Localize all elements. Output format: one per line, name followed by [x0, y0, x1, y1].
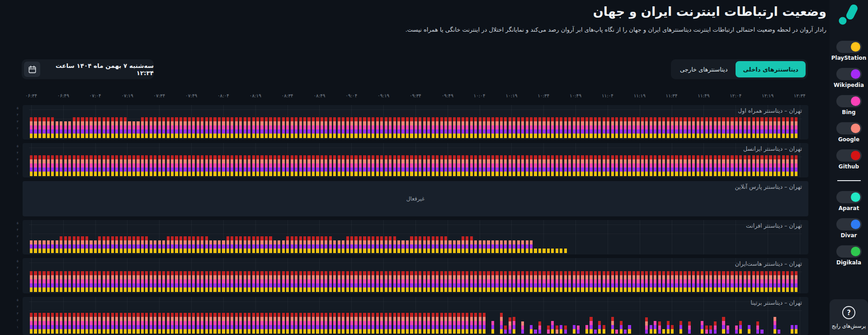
status-bar[interactable]: [42, 240, 45, 253]
status-bar[interactable]: [410, 236, 413, 253]
status-bar[interactable]: [73, 155, 75, 176]
status-bar[interactable]: [376, 313, 379, 334]
status-bar[interactable]: [248, 313, 250, 334]
status-bar[interactable]: [162, 313, 165, 334]
status-bar[interactable]: [560, 155, 562, 176]
status-bar[interactable]: [786, 117, 789, 138]
status-bar[interactable]: [551, 249, 554, 253]
status-bar[interactable]: [641, 117, 644, 138]
status-bar[interactable]: [150, 313, 152, 334]
status-bar[interactable]: [662, 155, 665, 176]
status-bar[interactable]: [158, 240, 161, 253]
status-bar[interactable]: [534, 117, 537, 138]
service-toggle-divar[interactable]: [836, 218, 862, 230]
status-bar[interactable]: [675, 155, 678, 176]
status-bar[interactable]: [303, 155, 306, 176]
status-bar[interactable]: [282, 240, 285, 253]
status-bar[interactable]: [684, 271, 686, 292]
status-bar[interactable]: [256, 155, 259, 176]
status-bar[interactable]: [38, 271, 41, 292]
status-bar[interactable]: [538, 117, 541, 138]
status-bar[interactable]: [380, 117, 383, 138]
status-bar[interactable]: [560, 249, 562, 253]
status-bar[interactable]: [192, 155, 195, 176]
status-bar[interactable]: [30, 313, 33, 334]
status-bar[interactable]: [624, 155, 627, 176]
status-bar[interactable]: [752, 271, 755, 292]
status-bar[interactable]: [162, 271, 165, 292]
status-bar[interactable]: [380, 271, 383, 292]
status-bar[interactable]: [590, 155, 592, 176]
status-bar[interactable]: [658, 321, 661, 334]
status-bar[interactable]: [457, 155, 460, 176]
status-bar[interactable]: [380, 313, 383, 334]
status-bar[interactable]: [748, 117, 750, 138]
status-bar[interactable]: [77, 155, 80, 176]
status-bar[interactable]: [85, 313, 88, 334]
status-bar[interactable]: [457, 313, 460, 334]
status-bar[interactable]: [474, 313, 477, 334]
status-bar[interactable]: [479, 240, 481, 253]
status-bar[interactable]: [77, 271, 80, 292]
status-bar[interactable]: [436, 117, 439, 138]
status-bar[interactable]: [406, 117, 409, 138]
status-bar[interactable]: [534, 249, 537, 253]
status-bar[interactable]: [551, 155, 554, 176]
status-bar[interactable]: [470, 117, 473, 138]
status-bar[interactable]: [667, 117, 670, 138]
status-bar[interactable]: [530, 271, 533, 292]
status-bar[interactable]: [368, 313, 370, 334]
status-bar[interactable]: [453, 240, 456, 253]
status-bar[interactable]: [735, 117, 738, 138]
status-bar[interactable]: [103, 117, 105, 138]
status-bar[interactable]: [423, 236, 426, 253]
status-bar[interactable]: [470, 313, 473, 334]
status-bar[interactable]: [637, 155, 639, 176]
status-bar[interactable]: [107, 313, 109, 334]
status-bar[interactable]: [679, 321, 682, 334]
status-bar[interactable]: [581, 271, 584, 292]
status-bar[interactable]: [120, 155, 123, 176]
status-bar[interactable]: [197, 236, 199, 253]
status-bar[interactable]: [397, 155, 400, 176]
status-bar[interactable]: [585, 271, 588, 292]
status-bar[interactable]: [321, 313, 323, 334]
status-bar[interactable]: [564, 117, 567, 138]
status-bar[interactable]: [132, 121, 135, 138]
status-bar[interactable]: [380, 155, 383, 176]
status-bar[interactable]: [278, 117, 280, 138]
status-bar[interactable]: [517, 117, 520, 138]
status-bar[interactable]: [739, 155, 742, 176]
status-bar[interactable]: [98, 313, 101, 334]
status-bar[interactable]: [60, 236, 62, 253]
status-bar[interactable]: [286, 155, 289, 176]
status-bar[interactable]: [184, 155, 186, 176]
status-bar[interactable]: [521, 240, 524, 253]
status-bar[interactable]: [714, 155, 717, 176]
status-bar[interactable]: [444, 117, 447, 138]
status-bar[interactable]: [697, 271, 699, 292]
status-bar[interactable]: [329, 155, 332, 176]
status-bar[interactable]: [141, 313, 144, 334]
status-bar[interactable]: [73, 271, 75, 292]
status-bar[interactable]: [226, 236, 229, 253]
status-bar[interactable]: [397, 117, 400, 138]
status-bar[interactable]: [30, 271, 33, 292]
status-bar[interactable]: [291, 236, 293, 253]
status-bar[interactable]: [560, 271, 562, 292]
status-bar[interactable]: [303, 313, 306, 334]
status-bar[interactable]: [68, 271, 71, 292]
status-bar[interactable]: [325, 313, 327, 334]
status-bar[interactable]: [192, 271, 195, 292]
status-bar[interactable]: [278, 271, 280, 292]
status-bar[interactable]: [448, 117, 451, 138]
status-bar[interactable]: [795, 155, 797, 176]
status-bar[interactable]: [756, 271, 759, 292]
status-bar[interactable]: [244, 236, 246, 253]
status-bar[interactable]: [274, 117, 276, 138]
status-bar[interactable]: [500, 117, 503, 138]
status-bar[interactable]: [295, 117, 297, 138]
status-bar[interactable]: [244, 155, 246, 176]
status-bar[interactable]: [98, 117, 101, 138]
status-bar[interactable]: [307, 236, 310, 253]
